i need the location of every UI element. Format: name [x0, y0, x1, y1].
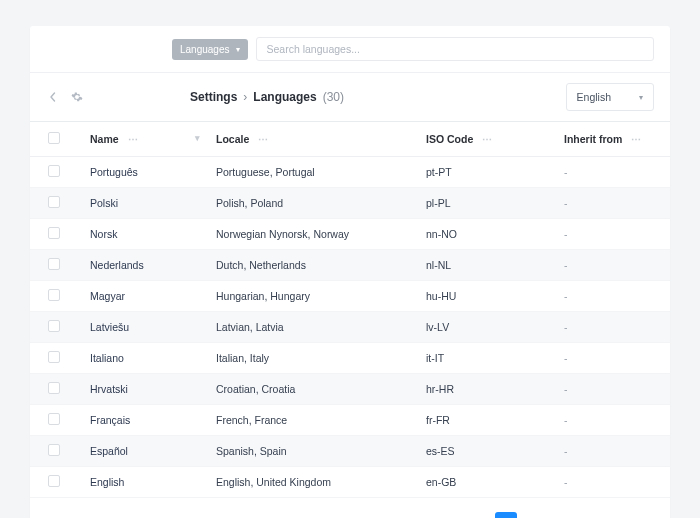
cell-iso: it-IT [418, 343, 548, 374]
row-checkbox[interactable] [48, 289, 60, 301]
header-iso-label: ISO Code [426, 133, 473, 145]
cell-inherit: - [548, 436, 670, 467]
back-icon[interactable] [46, 90, 60, 104]
cell-inherit: - [548, 467, 670, 498]
cell-inherit: - [548, 157, 670, 188]
cell-locale: Norwegian Nynorsk, Norway [208, 219, 418, 250]
select-all-checkbox[interactable] [48, 132, 60, 144]
pagination-prev[interactable]: ‹ [467, 512, 489, 518]
cell-inherit: - [548, 343, 670, 374]
row-checkbox-cell [30, 281, 78, 312]
locale-dropdown-value: English [577, 91, 611, 103]
row-checkbox-cell [30, 343, 78, 374]
row-checkbox[interactable] [48, 475, 60, 487]
breadcrumb: Settings › Languages (30) [190, 90, 344, 104]
cell-locale: Latvian, Latvia [208, 312, 418, 343]
sort-icon: ⋯ [482, 134, 492, 145]
row-checkbox[interactable] [48, 413, 60, 425]
row-checkbox-cell [30, 157, 78, 188]
table-row[interactable]: MagyarHungarian, Hungaryhu-HU- [30, 281, 670, 312]
table-row[interactable]: PolskiPolish, Polandpl-PL- [30, 188, 670, 219]
breadcrumb-settings[interactable]: Settings [190, 90, 237, 104]
sort-icon: ⋯ [128, 134, 138, 145]
header-locale[interactable]: Locale ⋯ [208, 122, 418, 157]
cell-name: Français [78, 405, 208, 436]
sort-icon: ⋯ [258, 134, 268, 145]
cell-locale: Portuguese, Portugal [208, 157, 418, 188]
row-checkbox-cell [30, 250, 78, 281]
topbar: Languages ▾ Search languages... [30, 26, 670, 73]
table-row[interactable]: NorskNorwegian Nynorsk, Norwaynn-NO- [30, 219, 670, 250]
cell-inherit: - [548, 188, 670, 219]
header-checkbox-cell [30, 122, 78, 157]
cell-inherit: - [548, 219, 670, 250]
cell-iso: nl-NL [418, 250, 548, 281]
cell-name: Nederlands [78, 250, 208, 281]
pagination-page-1[interactable]: 1 [495, 512, 517, 518]
row-checkbox-cell [30, 436, 78, 467]
cell-name: English [78, 467, 208, 498]
locale-dropdown[interactable]: English ▾ [566, 83, 654, 111]
table-row[interactable]: NederlandsDutch, Netherlandsnl-NL- [30, 250, 670, 281]
header-locale-label: Locale [216, 133, 249, 145]
cell-inherit: - [548, 312, 670, 343]
chevron-down-icon: ▾ [236, 45, 240, 54]
row-checkbox[interactable] [48, 444, 60, 456]
filter-pill-languages[interactable]: Languages ▾ [172, 39, 248, 60]
chevron-down-icon: ▾ [639, 93, 643, 102]
row-checkbox[interactable] [48, 320, 60, 332]
cell-name: Español [78, 436, 208, 467]
cell-locale: Dutch, Netherlands [208, 250, 418, 281]
row-checkbox[interactable] [48, 351, 60, 363]
row-checkbox[interactable] [48, 258, 60, 270]
pagination-next[interactable]: › [551, 512, 573, 518]
sort-desc-icon: ▾ [195, 133, 200, 143]
row-checkbox[interactable] [48, 165, 60, 177]
settings-panel: Languages ▾ Search languages... Settings… [30, 26, 670, 518]
filter-pill-label: Languages [180, 44, 230, 55]
table-row[interactable]: FrançaisFrench, Francefr-FR- [30, 405, 670, 436]
search-placeholder: Search languages... [267, 43, 360, 55]
cell-locale: Croatian, Croatia [208, 374, 418, 405]
cell-inherit: - [548, 250, 670, 281]
pagination-page-2[interactable]: 2 [523, 512, 545, 518]
table-row[interactable]: LatviešuLatvian, Latvialv-LV- [30, 312, 670, 343]
table-row[interactable]: PortuguêsPortuguese, Portugalpt-PT- [30, 157, 670, 188]
cell-iso: pl-PL [418, 188, 548, 219]
search-input[interactable]: Search languages... [256, 37, 655, 61]
header-iso[interactable]: ISO Code ⋯ [418, 122, 548, 157]
table-row[interactable]: ItalianoItalian, Italyit-IT- [30, 343, 670, 374]
header-name[interactable]: Name ⋯ ▾ [78, 122, 208, 157]
cell-iso: nn-NO [418, 219, 548, 250]
row-checkbox[interactable] [48, 382, 60, 394]
cell-inherit: - [548, 281, 670, 312]
toolbar: Settings › Languages (30) English ▾ [30, 73, 670, 121]
row-checkbox-cell [30, 467, 78, 498]
breadcrumb-languages: Languages [253, 90, 316, 104]
cell-iso: lv-LV [418, 312, 548, 343]
pagination: ‹ 1 2 › [370, 498, 670, 518]
cell-name: Italiano [78, 343, 208, 374]
cell-name: Hrvatski [78, 374, 208, 405]
row-checkbox[interactable] [48, 227, 60, 239]
cell-iso: pt-PT [418, 157, 548, 188]
gear-icon[interactable] [70, 90, 84, 104]
row-checkbox-cell [30, 374, 78, 405]
table-row[interactable]: EnglishEnglish, United Kingdomen-GB- [30, 467, 670, 498]
table-row[interactable]: EspañolSpanish, Spaines-ES- [30, 436, 670, 467]
table-row[interactable]: HrvatskiCroatian, Croatiahr-HR- [30, 374, 670, 405]
header-name-label: Name [90, 133, 119, 145]
cell-name: Latviešu [78, 312, 208, 343]
cell-inherit: - [548, 405, 670, 436]
row-checkbox-cell [30, 405, 78, 436]
cell-iso: hu-HU [418, 281, 548, 312]
cell-iso: hr-HR [418, 374, 548, 405]
cell-locale: Hungarian, Hungary [208, 281, 418, 312]
row-checkbox[interactable] [48, 196, 60, 208]
cell-locale: French, France [208, 405, 418, 436]
header-inherit[interactable]: Inherit from ⋯ [548, 122, 670, 157]
cell-iso: en-GB [418, 467, 548, 498]
row-checkbox-cell [30, 312, 78, 343]
cell-name: Norsk [78, 219, 208, 250]
cell-name: Polski [78, 188, 208, 219]
